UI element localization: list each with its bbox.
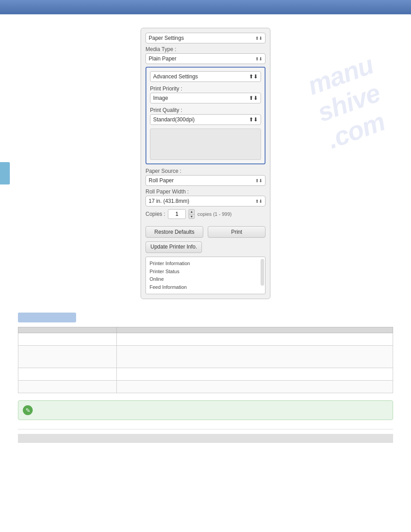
copies-hint: copies (1 - 999) bbox=[197, 211, 231, 217]
bottom-section: ✎ bbox=[9, 313, 402, 443]
roll-paper-width-select[interactable]: 17 in. (431.8mm) ⬆⬇ bbox=[146, 196, 265, 206]
print-quality-value: Standard(300dpi) bbox=[153, 116, 195, 123]
update-printer-info-button[interactable]: Update Printer Info. bbox=[146, 241, 202, 253]
note-icon: ✎ bbox=[23, 405, 33, 415]
printer-info-line1: Printer Information bbox=[150, 260, 261, 268]
table-cell-r4c1 bbox=[18, 381, 117, 393]
paper-settings-arrow: ⬆⬇ bbox=[255, 36, 262, 41]
table-row bbox=[18, 346, 393, 368]
media-type-label: Media Type : bbox=[146, 46, 265, 52]
footer-bar bbox=[18, 434, 393, 443]
printer-info-line3: Online bbox=[150, 275, 261, 283]
blue-label-bar bbox=[18, 313, 76, 322]
advanced-settings-label: Advanced Settings bbox=[153, 73, 198, 80]
copies-down-arrow[interactable]: ▼ bbox=[189, 215, 194, 219]
paper-source-row: Paper Source : Roll Paper ⬆⬇ bbox=[146, 168, 265, 186]
table-row bbox=[18, 368, 393, 381]
table-cell-r4c2 bbox=[117, 381, 393, 393]
advanced-empty-area bbox=[150, 129, 261, 160]
buttons-row: Restore Defaults Print bbox=[146, 226, 265, 238]
table-cell-r3c1 bbox=[18, 368, 117, 381]
table-cell-r2c2 bbox=[117, 346, 393, 368]
media-type-select[interactable]: Plain Paper ⬆⬇ bbox=[146, 53, 265, 64]
table-row bbox=[18, 381, 393, 393]
table-header-col2 bbox=[117, 327, 393, 333]
top-bar bbox=[0, 0, 411, 14]
media-type-value: Plain Paper bbox=[149, 56, 176, 62]
watermark: manushive.com bbox=[304, 50, 397, 154]
print-quality-select[interactable]: Standard(300dpi) ⬆⬇ bbox=[150, 114, 261, 125]
copies-row: Copies : ▲ ▼ copies (1 - 999) bbox=[146, 209, 265, 219]
paper-source-select[interactable]: Roll Paper ⬆⬇ bbox=[146, 175, 265, 186]
paper-settings-value: Paper Settings bbox=[149, 35, 184, 41]
printer-info-line2: Printer Status bbox=[150, 268, 261, 276]
print-priority-value: Image bbox=[153, 95, 168, 101]
copies-spinner[interactable]: ▲ ▼ bbox=[188, 209, 195, 219]
advanced-settings-header[interactable]: Advanced Settings ⬆⬇ bbox=[150, 71, 261, 82]
printer-info-scrollbar[interactable] bbox=[261, 259, 264, 286]
restore-defaults-button[interactable]: Restore Defaults bbox=[146, 226, 203, 238]
roll-paper-width-row: Roll Paper Width : 17 in. (431.8mm) ⬆⬇ bbox=[146, 189, 265, 206]
left-nav-indicator bbox=[0, 162, 10, 184]
copies-label: Copies : bbox=[146, 211, 165, 217]
printer-info-line4: Feed Information bbox=[150, 283, 261, 292]
print-priority-label: Print Priority : bbox=[150, 86, 261, 92]
roll-paper-width-value: 17 in. (431.8mm) bbox=[149, 198, 189, 204]
note-box: ✎ bbox=[18, 400, 393, 420]
printer-info-box: Printer Information Printer Status Onlin… bbox=[146, 257, 265, 294]
printer-dialog-panel: Paper Settings ⬆⬇ Media Type : Plain Pap… bbox=[141, 28, 270, 299]
media-type-arrow: ⬆⬇ bbox=[255, 56, 262, 61]
print-priority-select[interactable]: Image ⬆⬇ bbox=[150, 93, 261, 103]
advanced-settings-box: Advanced Settings ⬆⬇ Print Priority : Im… bbox=[146, 67, 265, 164]
copies-up-arrow[interactable]: ▲ bbox=[189, 210, 194, 215]
paper-source-label: Paper Source : bbox=[146, 168, 265, 174]
table-cell-r3c2 bbox=[117, 368, 393, 381]
print-quality-label: Print Quality : bbox=[150, 107, 261, 113]
paper-settings-select[interactable]: Paper Settings ⬆⬇ bbox=[146, 33, 265, 43]
roll-paper-width-arrow: ⬆⬇ bbox=[255, 199, 262, 204]
print-quality-arrow: ⬆⬇ bbox=[249, 116, 258, 123]
paper-settings-row: Paper Settings ⬆⬇ bbox=[146, 33, 265, 43]
bottom-rule bbox=[18, 429, 393, 429]
media-type-row: Media Type : Plain Paper ⬆⬇ bbox=[146, 46, 265, 64]
roll-paper-width-label: Roll Paper Width : bbox=[146, 189, 265, 195]
paper-source-value: Roll Paper bbox=[149, 177, 174, 184]
table-header-col1 bbox=[18, 327, 117, 333]
table-cell-r1c2 bbox=[117, 333, 393, 346]
paper-source-arrow: ⬆⬇ bbox=[255, 178, 262, 183]
table-row bbox=[18, 333, 393, 346]
table-cell-r1c1 bbox=[18, 333, 117, 346]
print-button[interactable]: Print bbox=[208, 226, 265, 238]
table-cell-r2c1 bbox=[18, 346, 117, 368]
print-priority-arrow: ⬆⬇ bbox=[249, 95, 258, 101]
copies-input[interactable] bbox=[168, 209, 186, 219]
advanced-settings-arrow: ⬆⬇ bbox=[249, 73, 258, 80]
data-table bbox=[18, 327, 393, 393]
